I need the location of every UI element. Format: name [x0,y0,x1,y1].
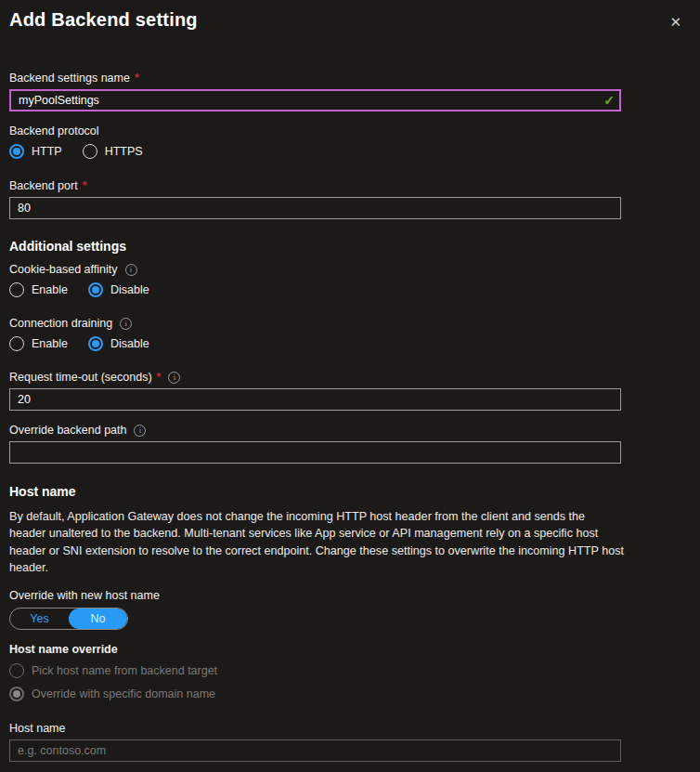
protocol-http-option[interactable]: HTTP [9,144,62,159]
radio-draining-enable[interactable] [9,336,24,351]
backend-protocol-label: Backend protocol [9,124,621,137]
radio-cookie-enable[interactable] [9,282,24,297]
panel-title: Add Backend setting [9,9,198,31]
radio-https[interactable] [83,144,97,159]
close-icon: ✕ [669,14,681,30]
info-icon[interactable]: i [120,318,132,330]
info-icon[interactable]: i [134,425,146,437]
cookie-disable-option[interactable]: Disable [88,282,149,297]
radio-specific-domain [9,687,24,701]
hostname-input-label: Host name [9,722,621,735]
override-backend-path-label: Override backend path i [9,424,621,437]
info-icon[interactable]: i [125,264,137,276]
cookie-affinity-group: Cookie-based affinity i Enable Disable [9,263,621,297]
required-asterisk: * [135,72,139,85]
host-name-description: By default, Application Gateway does not… [9,508,624,576]
toggle-yes-option[interactable]: Yes [10,608,69,629]
cookie-affinity-label: Cookie-based affinity i [9,263,621,276]
toggle-no-option[interactable]: No [69,608,127,629]
override-specific-domain-option: Override with specific domain name [9,687,215,701]
backend-settings-name-group: Backend settings name * ✓ [9,72,621,111]
hostname-override-label: Host name override [9,643,621,656]
connection-draining-radios: Enable Disable [9,336,621,351]
info-icon[interactable]: i [168,372,180,384]
close-button[interactable]: ✕ [664,11,687,33]
additional-settings-heading: Additional settings [9,239,621,254]
host-name-heading: Host name [9,484,621,499]
required-asterisk: * [83,179,87,192]
backend-settings-name-label: Backend settings name * [9,72,621,85]
backend-protocol-group: Backend protocol HTTP HTTPS [9,124,621,159]
backend-protocol-radios: HTTP HTTPS [9,144,621,159]
backend-port-input[interactable] [9,197,621,219]
hostname-override-radios: Pick host name from backend target Overr… [9,663,621,701]
radio-http[interactable] [9,144,24,159]
backend-port-group: Backend port * [9,179,621,219]
radio-pick-hostname [9,663,24,678]
pick-hostname-backend-target-option: Pick host name from backend target [9,663,217,678]
connection-draining-group: Connection draining i Enable Disable [9,317,621,351]
draining-disable-option[interactable]: Disable [88,336,149,351]
override-new-hostname-label: Override with new host name [9,589,621,602]
request-timeout-label: Request time-out (seconds) * i [9,371,621,384]
panel-header: Add Backend setting ✕ [9,9,687,33]
radio-draining-disable[interactable] [88,336,103,351]
radio-cookie-disable[interactable] [88,282,103,297]
hostname-input [9,739,621,762]
backend-port-label: Backend port * [9,179,621,192]
hostname-input-group: Host name [9,722,621,762]
cookie-affinity-radios: Enable Disable [9,282,621,297]
connection-draining-label: Connection draining i [9,317,621,330]
backend-settings-name-input-wrap: ✓ [9,89,621,111]
validation-check-icon: ✓ [603,93,615,108]
override-new-hostname-toggle[interactable]: Yes No [9,608,128,630]
request-timeout-group: Request time-out (seconds) * i [9,371,621,411]
protocol-https-option[interactable]: HTTPS [83,144,143,159]
required-asterisk: * [157,371,162,384]
hostname-override-group: Host name override Pick host name from b… [9,643,621,701]
draining-enable-option[interactable]: Enable [9,336,68,351]
backend-settings-name-input[interactable] [9,89,621,111]
override-backend-path-input[interactable] [9,441,621,464]
request-timeout-input[interactable] [9,388,621,411]
add-backend-setting-panel: Add Backend setting ✕ Backend settings n… [0,0,700,772]
override-new-hostname-group: Override with new host name Yes No [9,589,621,630]
cookie-enable-option[interactable]: Enable [9,282,68,297]
override-backend-path-group: Override backend path i [9,424,621,464]
panel-content: Backend settings name * ✓ Backend protoc… [9,72,621,772]
